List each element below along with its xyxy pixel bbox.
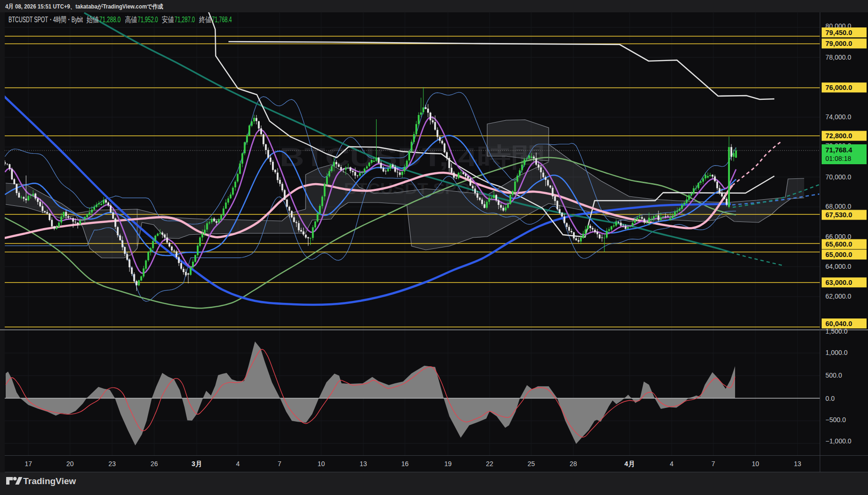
svg-text:70,000.0: 70,000.0 (825, 173, 851, 181)
svg-text:72,800.0: 72,800.0 (825, 132, 852, 140)
svg-text:4: 4 (236, 460, 240, 468)
svg-text:71,287.0: 71,287.0 (175, 15, 195, 24)
svg-text:始値: 始値 (86, 15, 99, 24)
svg-text:4月 08, 2026 15:51 UTC+9、takata: 4月 08, 2026 15:51 UTC+9、takatabaがTrading… (5, 3, 164, 10)
svg-text:65,000.0: 65,000.0 (825, 251, 852, 258)
svg-text:76,000.0: 76,000.0 (825, 84, 852, 91)
svg-text:22: 22 (486, 460, 493, 468)
svg-text:10: 10 (317, 460, 325, 468)
svg-text:67,530.0: 67,530.0 (825, 211, 852, 219)
svg-text:3月: 3月 (192, 460, 202, 468)
svg-text:10: 10 (752, 460, 759, 468)
svg-text:終値: 終値 (199, 15, 211, 24)
svg-text:71,768.4: 71,768.4 (212, 15, 232, 24)
svg-text:16: 16 (401, 460, 409, 468)
svg-text:63,000.0: 63,000.0 (825, 279, 852, 286)
svg-text:BTCUSDT SPOT・4時間・Bybit: BTCUSDT SPOT・4時間・Bybit (9, 15, 83, 24)
svg-text:79,000.0: 79,000.0 (825, 40, 852, 47)
svg-text:71,768.4: 71,768.4 (825, 146, 852, 154)
svg-text:19: 19 (444, 460, 452, 468)
svg-text:1,500.0: 1,500.0 (825, 327, 848, 335)
svg-text:高値: 高値 (125, 15, 137, 24)
svg-text:7: 7 (278, 460, 281, 468)
svg-text:23: 23 (108, 460, 116, 468)
svg-text:25: 25 (527, 460, 535, 468)
svg-text:7: 7 (711, 460, 715, 468)
svg-text:01:08:18: 01:08:18 (825, 155, 851, 162)
svg-text:71,288.0: 71,288.0 (99, 15, 121, 24)
svg-text:−500.0: −500.0 (825, 416, 846, 424)
svg-text:71,952.0: 71,952.0 (138, 15, 158, 24)
svg-text:TradingView: TradingView (23, 476, 76, 486)
svg-text:79,450.0: 79,450.0 (825, 29, 852, 36)
svg-text:13: 13 (359, 460, 367, 468)
svg-text:26: 26 (150, 460, 158, 468)
svg-text:62,000.0: 62,000.0 (825, 292, 851, 300)
svg-text:28: 28 (570, 460, 577, 468)
svg-text:13: 13 (794, 460, 801, 468)
svg-text:74,000.0: 74,000.0 (825, 113, 851, 121)
svg-text:500.0: 500.0 (825, 371, 842, 379)
svg-text:1,000.0: 1,000.0 (825, 349, 848, 356)
svg-text:17: 17 (25, 460, 32, 468)
svg-text:4月: 4月 (624, 460, 635, 468)
svg-text:64,000.0: 64,000.0 (825, 263, 851, 270)
svg-text:20: 20 (66, 460, 74, 468)
svg-text:4: 4 (670, 460, 674, 468)
svg-text:68,000.0: 68,000.0 (825, 203, 851, 210)
svg-text:78,000.0: 78,000.0 (825, 53, 851, 61)
svg-text:−1,000.0: −1,000.0 (825, 437, 851, 445)
svg-text:60,040.0: 60,040.0 (825, 320, 852, 327)
svg-text:65,600.0: 65,600.0 (825, 240, 852, 248)
svg-text:安値: 安値 (162, 15, 174, 24)
svg-text:0.0: 0.0 (825, 395, 835, 402)
